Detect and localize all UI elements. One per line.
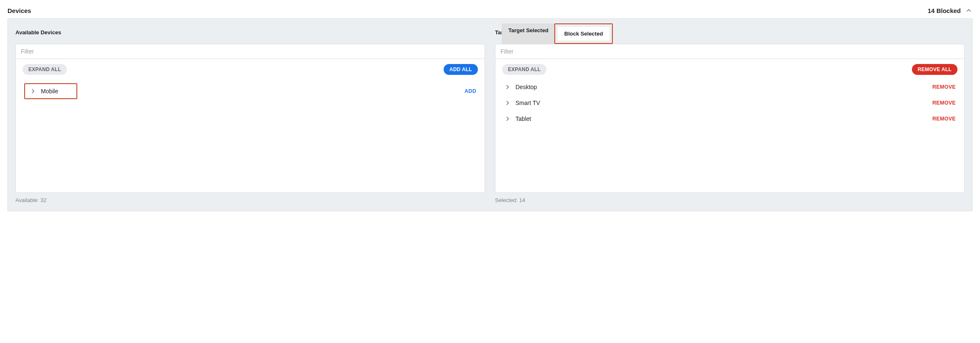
targeted-footer: Selected: 14 <box>495 197 965 203</box>
blocked-count: 14 Blocked <box>928 7 961 14</box>
remove-button[interactable]: REMOVE <box>932 100 956 106</box>
chevron-right-icon <box>29 87 37 95</box>
add-all-button[interactable]: ADD ALL <box>444 64 478 75</box>
chevron-right-icon <box>504 99 511 107</box>
highlighted-tab: Block Selected <box>554 23 613 44</box>
item-label: Desktop <box>515 84 537 90</box>
chevron-right-icon <box>504 83 511 91</box>
targeted-filter-input[interactable] <box>495 44 965 59</box>
available-items: Mobile ADD <box>23 79 478 187</box>
available-list: EXPAND ALL ADD ALL Mobile ADD <box>15 59 485 193</box>
item-left[interactable]: Smart TV <box>504 99 540 107</box>
available-filter-input[interactable] <box>15 44 485 59</box>
tab-block-selected[interactable]: Block Selected <box>558 27 610 41</box>
section-title: Devices <box>8 7 31 14</box>
item-label: Tablet <box>515 115 531 122</box>
devices-panel: Available Devices EXPAND ALL ADD ALL Mob… <box>8 18 972 211</box>
targeted-tabs: Target Selected Block Selected <box>495 23 613 44</box>
available-expand-all-button[interactable]: EXPAND ALL <box>23 64 67 75</box>
item-label: Mobile <box>41 88 58 95</box>
chevron-right-icon <box>504 115 511 123</box>
item-left[interactable]: Tablet <box>504 115 531 123</box>
tab-target-selected[interactable]: Target Selected <box>502 23 555 44</box>
available-toolbar: EXPAND ALL ADD ALL <box>23 64 478 75</box>
add-button[interactable]: ADD <box>465 88 476 94</box>
chevron-up-icon[interactable] <box>965 7 972 14</box>
highlighted-item: Mobile <box>24 83 77 99</box>
targeted-toolbar: EXPAND ALL REMOVE ALL <box>502 64 957 75</box>
targeted-list: EXPAND ALL REMOVE ALL Desktop REMOVE Sma… <box>495 59 965 193</box>
remove-button[interactable]: REMOVE <box>932 84 956 90</box>
list-item: Desktop REMOVE <box>502 79 957 95</box>
remove-all-button[interactable]: REMOVE ALL <box>912 64 957 75</box>
list-item: Smart TV REMOVE <box>502 95 957 111</box>
targeted-items: Desktop REMOVE Smart TV REMOVE Tablet <box>502 79 957 187</box>
list-item: Tablet REMOVE <box>502 111 957 127</box>
available-column: Available Devices EXPAND ALL ADD ALL Mob… <box>15 25 485 203</box>
targeted-column: Targeted Devices Target Selected Block S… <box>495 25 965 203</box>
list-item: Mobile ADD <box>23 79 478 103</box>
item-left[interactable]: Desktop <box>504 83 537 91</box>
remove-button[interactable]: REMOVE <box>932 116 956 122</box>
targeted-header-row: Targeted Devices Target Selected Block S… <box>495 25 965 40</box>
targeted-expand-all-button[interactable]: EXPAND ALL <box>502 64 546 75</box>
item-left[interactable]: Mobile <box>27 85 75 97</box>
section-header: Devices 14 Blocked <box>8 5 972 18</box>
section-header-right: 14 Blocked <box>928 7 972 14</box>
available-title: Available Devices <box>15 25 485 40</box>
available-footer: Available: 32 <box>15 197 485 203</box>
item-label: Smart TV <box>515 100 540 106</box>
